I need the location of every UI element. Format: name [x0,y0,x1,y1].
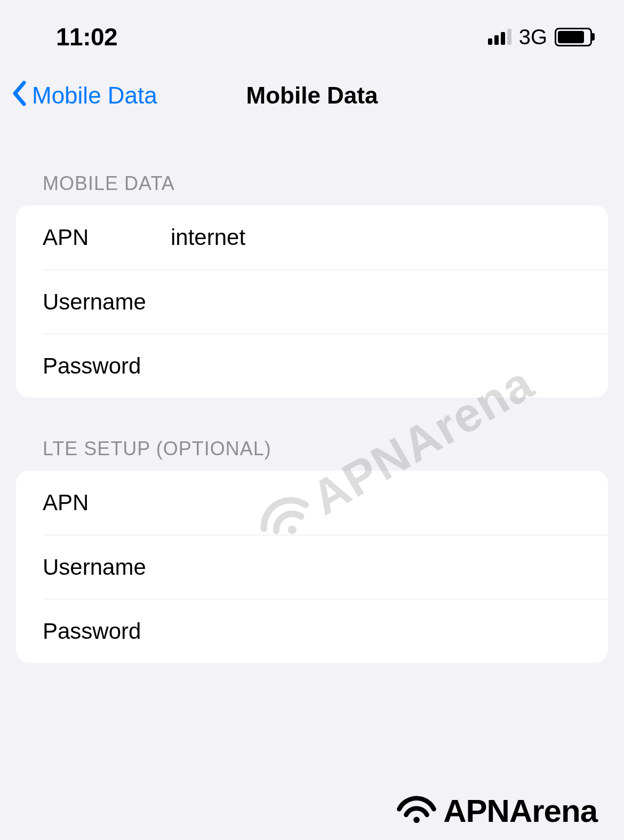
section-header: MOBILE DATA [0,172,624,205]
row-password[interactable]: Password [43,334,608,398]
section-body: APN Username Password [16,471,608,663]
back-button[interactable]: Mobile Data [11,80,157,111]
wifi-icon [395,790,438,832]
row-label: APN [43,225,171,250]
cellular-signal-icon [488,29,511,45]
row-username[interactable]: Username [43,270,608,334]
status-time: 11:02 [56,22,117,51]
section-body: APN Username Password [16,205,608,398]
row-label: Username [43,289,171,315]
back-label: Mobile Data [32,82,157,109]
page-title: Mobile Data [246,82,378,109]
network-type: 3G [519,25,547,49]
navigation-bar: Mobile Data Mobile Data [0,53,624,127]
status-right: 3G [488,25,592,49]
row-label: Password [43,353,171,379]
status-bar: 11:02 3G [0,0,624,53]
svg-point-1 [413,817,420,823]
row-label: Username [43,554,171,580]
row-label: APN [43,490,171,516]
section-mobile-data: MOBILE DATA APN Username Password [0,172,624,398]
chevron-left-icon [11,80,27,111]
row-lte-username[interactable]: Username [43,535,608,599]
username-input[interactable] [171,289,581,315]
section-header: LTE SETUP (OPTIONAL) [0,438,624,471]
lte-username-input[interactable] [171,554,581,580]
password-input[interactable] [171,353,581,379]
lte-password-input[interactable] [171,619,581,644]
section-lte-setup: LTE SETUP (OPTIONAL) APN Username Passwo… [0,438,624,663]
apn-input[interactable] [171,225,581,250]
battery-icon [555,28,592,46]
row-lte-password[interactable]: Password [43,599,608,663]
row-apn[interactable]: APN [16,205,608,270]
row-lte-apn[interactable]: APN [16,471,608,535]
row-label: Password [43,619,171,644]
lte-apn-input[interactable] [171,490,581,516]
watermark-bottom: APNArena [395,790,597,832]
